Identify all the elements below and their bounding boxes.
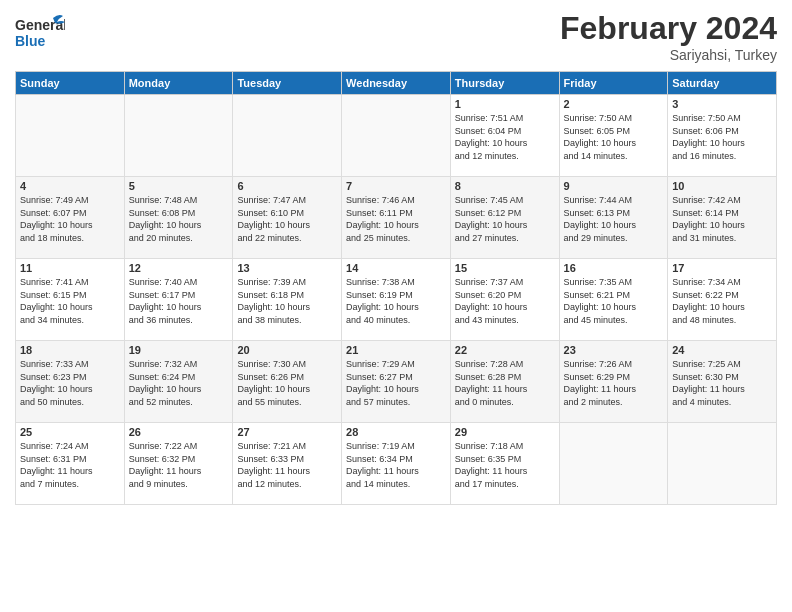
day-cell: 25Sunrise: 7:24 AM Sunset: 6:31 PM Dayli… [16,423,125,505]
header-row: Sunday Monday Tuesday Wednesday Thursday… [16,72,777,95]
day-number: 3 [672,98,772,110]
day-number: 10 [672,180,772,192]
day-info: Sunrise: 7:22 AM Sunset: 6:32 PM Dayligh… [129,440,229,490]
day-number: 11 [20,262,120,274]
title-area: February 2024 Sariyahsi, Turkey [560,10,777,63]
day-number: 12 [129,262,229,274]
logo: General Blue [15,10,65,55]
day-info: Sunrise: 7:40 AM Sunset: 6:17 PM Dayligh… [129,276,229,326]
day-cell [342,95,451,177]
day-cell: 28Sunrise: 7:19 AM Sunset: 6:34 PM Dayli… [342,423,451,505]
day-number: 17 [672,262,772,274]
day-number: 9 [564,180,664,192]
day-cell: 29Sunrise: 7:18 AM Sunset: 6:35 PM Dayli… [450,423,559,505]
day-info: Sunrise: 7:41 AM Sunset: 6:15 PM Dayligh… [20,276,120,326]
day-cell: 18Sunrise: 7:33 AM Sunset: 6:23 PM Dayli… [16,341,125,423]
location-subtitle: Sariyahsi, Turkey [560,47,777,63]
day-info: Sunrise: 7:25 AM Sunset: 6:30 PM Dayligh… [672,358,772,408]
col-wednesday: Wednesday [342,72,451,95]
day-cell: 11Sunrise: 7:41 AM Sunset: 6:15 PM Dayli… [16,259,125,341]
day-info: Sunrise: 7:47 AM Sunset: 6:10 PM Dayligh… [237,194,337,244]
day-number: 13 [237,262,337,274]
day-cell: 26Sunrise: 7:22 AM Sunset: 6:32 PM Dayli… [124,423,233,505]
day-number: 24 [672,344,772,356]
day-number: 19 [129,344,229,356]
day-info: Sunrise: 7:26 AM Sunset: 6:29 PM Dayligh… [564,358,664,408]
day-cell: 14Sunrise: 7:38 AM Sunset: 6:19 PM Dayli… [342,259,451,341]
day-info: Sunrise: 7:48 AM Sunset: 6:08 PM Dayligh… [129,194,229,244]
day-info: Sunrise: 7:28 AM Sunset: 6:28 PM Dayligh… [455,358,555,408]
day-info: Sunrise: 7:30 AM Sunset: 6:26 PM Dayligh… [237,358,337,408]
day-cell: 7Sunrise: 7:46 AM Sunset: 6:11 PM Daylig… [342,177,451,259]
col-friday: Friday [559,72,668,95]
day-info: Sunrise: 7:34 AM Sunset: 6:22 PM Dayligh… [672,276,772,326]
day-info: Sunrise: 7:33 AM Sunset: 6:23 PM Dayligh… [20,358,120,408]
day-info: Sunrise: 7:42 AM Sunset: 6:14 PM Dayligh… [672,194,772,244]
calendar-body: 1Sunrise: 7:51 AM Sunset: 6:04 PM Daylig… [16,95,777,505]
day-info: Sunrise: 7:50 AM Sunset: 6:06 PM Dayligh… [672,112,772,162]
day-number: 27 [237,426,337,438]
col-tuesday: Tuesday [233,72,342,95]
week-row-5: 25Sunrise: 7:24 AM Sunset: 6:31 PM Dayli… [16,423,777,505]
day-number: 23 [564,344,664,356]
day-cell: 21Sunrise: 7:29 AM Sunset: 6:27 PM Dayli… [342,341,451,423]
day-cell [124,95,233,177]
day-info: Sunrise: 7:45 AM Sunset: 6:12 PM Dayligh… [455,194,555,244]
week-row-2: 4Sunrise: 7:49 AM Sunset: 6:07 PM Daylig… [16,177,777,259]
day-cell: 19Sunrise: 7:32 AM Sunset: 6:24 PM Dayli… [124,341,233,423]
day-number: 25 [20,426,120,438]
day-info: Sunrise: 7:32 AM Sunset: 6:24 PM Dayligh… [129,358,229,408]
day-cell [16,95,125,177]
month-title: February 2024 [560,10,777,47]
day-info: Sunrise: 7:29 AM Sunset: 6:27 PM Dayligh… [346,358,446,408]
day-number: 8 [455,180,555,192]
day-number: 26 [129,426,229,438]
day-number: 7 [346,180,446,192]
day-number: 18 [20,344,120,356]
day-cell: 27Sunrise: 7:21 AM Sunset: 6:33 PM Dayli… [233,423,342,505]
day-number: 22 [455,344,555,356]
day-info: Sunrise: 7:50 AM Sunset: 6:05 PM Dayligh… [564,112,664,162]
day-number: 2 [564,98,664,110]
day-info: Sunrise: 7:35 AM Sunset: 6:21 PM Dayligh… [564,276,664,326]
day-info: Sunrise: 7:44 AM Sunset: 6:13 PM Dayligh… [564,194,664,244]
col-monday: Monday [124,72,233,95]
day-info: Sunrise: 7:46 AM Sunset: 6:11 PM Dayligh… [346,194,446,244]
day-number: 21 [346,344,446,356]
day-cell [233,95,342,177]
day-cell: 13Sunrise: 7:39 AM Sunset: 6:18 PM Dayli… [233,259,342,341]
day-number: 5 [129,180,229,192]
header-area: General Blue February 2024 Sariyahsi, Tu… [15,10,777,63]
day-cell: 10Sunrise: 7:42 AM Sunset: 6:14 PM Dayli… [668,177,777,259]
day-cell: 4Sunrise: 7:49 AM Sunset: 6:07 PM Daylig… [16,177,125,259]
day-cell: 12Sunrise: 7:40 AM Sunset: 6:17 PM Dayli… [124,259,233,341]
day-info: Sunrise: 7:39 AM Sunset: 6:18 PM Dayligh… [237,276,337,326]
day-cell: 17Sunrise: 7:34 AM Sunset: 6:22 PM Dayli… [668,259,777,341]
day-number: 6 [237,180,337,192]
svg-text:Blue: Blue [15,33,46,49]
page-container: General Blue February 2024 Sariyahsi, Tu… [0,0,792,510]
day-number: 28 [346,426,446,438]
calendar-table: Sunday Monday Tuesday Wednesday Thursday… [15,71,777,505]
col-saturday: Saturday [668,72,777,95]
day-number: 14 [346,262,446,274]
day-cell: 22Sunrise: 7:28 AM Sunset: 6:28 PM Dayli… [450,341,559,423]
day-cell: 9Sunrise: 7:44 AM Sunset: 6:13 PM Daylig… [559,177,668,259]
day-number: 15 [455,262,555,274]
day-number: 1 [455,98,555,110]
day-info: Sunrise: 7:19 AM Sunset: 6:34 PM Dayligh… [346,440,446,490]
day-cell: 15Sunrise: 7:37 AM Sunset: 6:20 PM Dayli… [450,259,559,341]
day-cell: 2Sunrise: 7:50 AM Sunset: 6:05 PM Daylig… [559,95,668,177]
day-info: Sunrise: 7:51 AM Sunset: 6:04 PM Dayligh… [455,112,555,162]
day-cell [559,423,668,505]
col-sunday: Sunday [16,72,125,95]
day-info: Sunrise: 7:37 AM Sunset: 6:20 PM Dayligh… [455,276,555,326]
day-cell: 20Sunrise: 7:30 AM Sunset: 6:26 PM Dayli… [233,341,342,423]
day-number: 4 [20,180,120,192]
calendar-header: Sunday Monday Tuesday Wednesday Thursday… [16,72,777,95]
day-info: Sunrise: 7:24 AM Sunset: 6:31 PM Dayligh… [20,440,120,490]
col-thursday: Thursday [450,72,559,95]
day-cell: 1Sunrise: 7:51 AM Sunset: 6:04 PM Daylig… [450,95,559,177]
day-cell: 6Sunrise: 7:47 AM Sunset: 6:10 PM Daylig… [233,177,342,259]
week-row-3: 11Sunrise: 7:41 AM Sunset: 6:15 PM Dayli… [16,259,777,341]
